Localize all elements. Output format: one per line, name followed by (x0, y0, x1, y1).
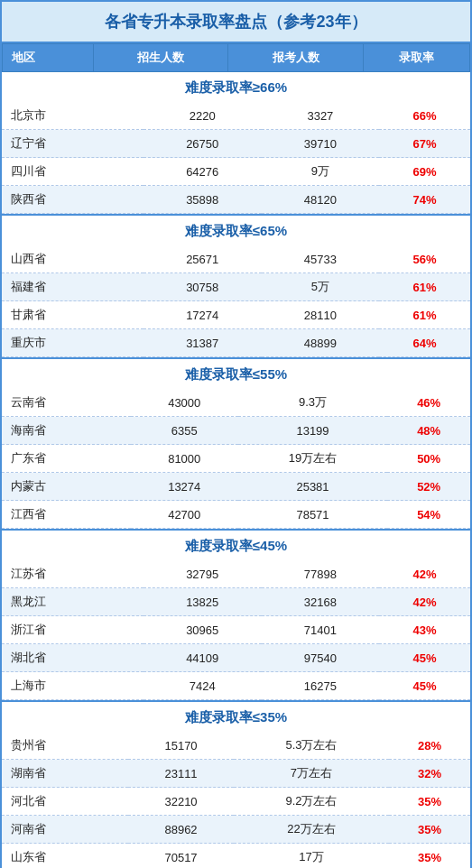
cell-enrolled: 13825 (143, 588, 262, 616)
cell-region: 重庆市 (2, 329, 143, 357)
table-row: 湖北省441099754045% (2, 644, 470, 672)
cell-enrolled: 2220 (143, 102, 262, 130)
column-header-table: 地区 招生人数 报考人数 录取率 (2, 43, 470, 72)
cell-region: 广东省 (2, 445, 131, 473)
cell-region: 内蒙古 (2, 473, 131, 501)
cell-applicants: 5.3万左右 (234, 732, 389, 760)
cell-rate: 61% (379, 273, 470, 301)
cell-applicants: 25381 (238, 473, 388, 501)
section-header-4: 难度录取率≤35% (2, 702, 470, 732)
cell-rate: 46% (387, 389, 470, 417)
cell-rate: 67% (379, 130, 470, 158)
cell-enrolled: 35898 (143, 186, 262, 214)
col-enrolled: 招生人数 (93, 44, 228, 72)
col-region: 地区 (3, 44, 94, 72)
section-table-1: 山西省256714573356%福建省307585万61%甘肃省17274281… (2, 245, 470, 357)
cell-rate: 61% (379, 301, 470, 329)
cell-applicants: 48120 (262, 186, 380, 214)
cell-region: 甘肃省 (2, 301, 143, 329)
table-row: 福建省307585万61% (2, 273, 470, 301)
cell-enrolled: 30965 (143, 616, 262, 644)
table-row: 江西省427007857154% (2, 501, 470, 529)
cell-rate: 42% (379, 588, 470, 616)
cell-region: 陕西省 (2, 186, 143, 214)
cell-rate: 43% (379, 616, 470, 644)
cell-enrolled: 15170 (128, 732, 234, 760)
section-table-0: 北京市2220332766%辽宁省267503971067%四川省642769万… (2, 102, 470, 214)
main-container: 各省专升本录取率盘点（参考23年） 地区 招生人数 报考人数 录取率 难度录取率… (0, 0, 472, 868)
cell-enrolled: 17274 (143, 301, 262, 329)
cell-applicants: 19万左右 (238, 445, 388, 473)
cell-enrolled: 23111 (128, 760, 234, 788)
cell-enrolled: 70517 (128, 844, 234, 869)
cell-applicants: 32168 (262, 588, 380, 616)
table-row: 四川省642769万69% (2, 158, 470, 186)
cell-rate: 35% (389, 788, 470, 816)
table-row: 辽宁省267503971067% (2, 130, 470, 158)
column-header-row: 地区 招生人数 报考人数 录取率 (3, 44, 470, 72)
cell-rate: 52% (387, 473, 470, 501)
cell-region: 辽宁省 (2, 130, 143, 158)
table-row: 黑龙江138253216842% (2, 588, 470, 616)
cell-enrolled: 30758 (143, 273, 262, 301)
table-row: 浙江省309657140143% (2, 616, 470, 644)
cell-region: 山东省 (2, 844, 128, 869)
cell-enrolled: 44109 (143, 644, 262, 672)
cell-applicants: 77898 (262, 560, 380, 588)
cell-rate: 69% (379, 158, 470, 186)
cell-applicants: 13199 (238, 417, 388, 445)
cell-applicants: 71401 (262, 616, 380, 644)
table-row: 江苏省327957789842% (2, 560, 470, 588)
section-1: 难度录取率≤65%山西省256714573356%福建省307585万61%甘肃… (2, 216, 470, 359)
section-table-4: 贵州省151705.3万左右28%湖南省231117万左右32%河北省32210… (2, 732, 470, 868)
cell-applicants: 16275 (262, 672, 380, 700)
cell-region: 河南省 (2, 816, 128, 844)
cell-applicants: 39710 (262, 130, 380, 158)
cell-rate: 35% (389, 816, 470, 844)
cell-applicants: 7万左右 (234, 760, 389, 788)
cell-region: 海南省 (2, 417, 131, 445)
section-header-1: 难度录取率≤65% (2, 216, 470, 245)
main-title: 各省专升本录取率盘点（参考23年） (2, 2, 470, 43)
cell-enrolled: 26750 (143, 130, 262, 158)
cell-applicants: 17万 (234, 844, 389, 869)
section-header-0: 难度录取率≥66% (2, 72, 470, 102)
section-table-2: 云南省430009.3万46%海南省63551319948%广东省8100019… (2, 389, 470, 529)
cell-enrolled: 25671 (143, 245, 262, 273)
cell-applicants: 5万 (262, 273, 380, 301)
cell-rate: 48% (387, 417, 470, 445)
table-row: 陕西省358984812074% (2, 186, 470, 214)
section-3: 难度录取率≤45%江苏省327957789842%黑龙江138253216842… (2, 531, 470, 702)
cell-enrolled: 88962 (128, 816, 234, 844)
sections-container: 难度录取率≥66%北京市2220332766%辽宁省267503971067%四… (2, 72, 470, 868)
cell-region: 贵州省 (2, 732, 128, 760)
cell-applicants: 9万 (262, 158, 380, 186)
cell-enrolled: 32795 (143, 560, 262, 588)
cell-region: 北京市 (2, 102, 143, 130)
cell-region: 山西省 (2, 245, 143, 273)
table-row: 河北省322109.2万左右35% (2, 788, 470, 816)
cell-enrolled: 32210 (128, 788, 234, 816)
table-row: 湖南省231117万左右32% (2, 760, 470, 788)
cell-rate: 54% (387, 501, 470, 529)
cell-region: 浙江省 (2, 616, 143, 644)
col-applicants: 报考人数 (228, 44, 364, 72)
table-row: 贵州省151705.3万左右28% (2, 732, 470, 760)
cell-enrolled: 81000 (131, 445, 238, 473)
cell-region: 四川省 (2, 158, 143, 186)
section-2: 难度录取率≤55%云南省430009.3万46%海南省63551319948%广… (2, 359, 470, 531)
table-row: 重庆市313874889964% (2, 329, 470, 357)
cell-region: 湖南省 (2, 760, 128, 788)
cell-applicants: 28110 (262, 301, 380, 329)
cell-enrolled: 43000 (131, 389, 238, 417)
cell-region: 湖北省 (2, 644, 143, 672)
section-0: 难度录取率≥66%北京市2220332766%辽宁省267503971067%四… (2, 72, 470, 216)
cell-region: 江苏省 (2, 560, 143, 588)
cell-region: 江西省 (2, 501, 131, 529)
cell-applicants: 3327 (262, 102, 380, 130)
cell-region: 云南省 (2, 389, 131, 417)
cell-region: 福建省 (2, 273, 143, 301)
table-row: 广东省8100019万左右50% (2, 445, 470, 473)
section-4: 难度录取率≤35%贵州省151705.3万左右28%湖南省231117万左右32… (2, 702, 470, 868)
table-row: 上海市74241627545% (2, 672, 470, 700)
